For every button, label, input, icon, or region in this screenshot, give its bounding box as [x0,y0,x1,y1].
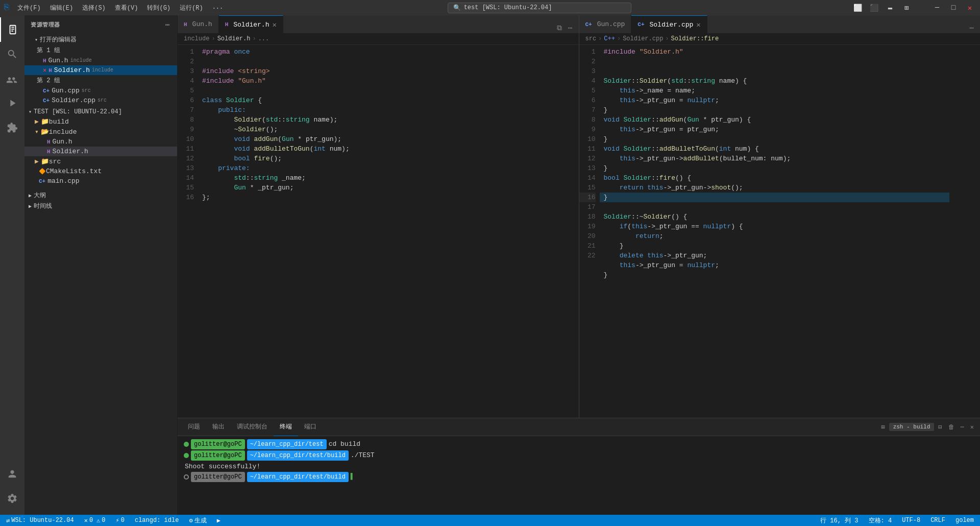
gun-cpp-badge: src [82,88,91,93]
tree-include[interactable]: ▾ 📂 include [24,127,177,137]
tab-soldier-cpp-close[interactable]: ✕ [696,20,700,29]
group2-header[interactable]: 第 2 组 [24,75,177,86]
tab-soldier-h-label: Soldier.h [233,21,269,29]
term-line-2: golitter@goPC ~/learn_cpp_dir/test/build… [184,450,974,461]
new-file-icon[interactable]: ⋯ [164,19,171,30]
layout-btn-1[interactable]: ⬜ [851,3,864,13]
status-generate[interactable]: ⚙ 生成 [187,516,208,525]
activity-run-debug[interactable] [0,91,24,115]
right-code-content[interactable]: #include "Soldier.h" Soldier::Soldier(st… [600,45,950,418]
activity-account[interactable] [0,462,24,486]
term-path2-2: ~/learn_cpp_dir/test/build [247,450,349,461]
status-encoding[interactable]: UTF-8 [900,517,922,524]
open-file-gun-h[interactable]: H Gun.h include [24,56,177,65]
activity-settings[interactable] [0,486,24,511]
tree-cmake[interactable]: 🔶 CMakeLists.txt [24,166,177,176]
breadcrumb-soldier-cpp[interactable]: Soldier.cpp [623,35,663,42]
tab-soldier-h[interactable]: H Soldier.h ✕ [219,15,283,33]
status-clangd[interactable]: clangd: idle [133,517,181,524]
menu-run[interactable]: 运行(R) [176,3,207,13]
menu-select[interactable]: 选择(S) [78,3,110,13]
open-file-soldier-cpp[interactable]: C+ Soldier.cpp src [24,95,177,105]
timeline-arrow: ▶ [29,203,32,209]
open-file-gun-cpp[interactable]: C+ Gun.cpp src [24,86,177,95]
status-run-icon[interactable]: ▶ [215,517,223,524]
breadcrumb-file[interactable]: Soldier.h [217,35,251,42]
terminal-trash-icon[interactable]: 🗑 [946,422,957,432]
more-actions-icon[interactable]: ⋯ [566,22,574,33]
panel-tab-ports[interactable]: 端口 [298,418,323,436]
tab-gun-cpp[interactable]: C+ Gun.cpp [579,15,632,33]
maximize-button[interactable]: □ [947,3,960,13]
menu-goto[interactable]: 转到(G) [143,3,175,13]
menu-more[interactable]: ... [208,3,228,13]
activity-search[interactable] [0,42,24,66]
split-editor-icon[interactable]: ⧉ [555,23,564,33]
warning-icon: ⚠ [96,517,100,524]
error-icon: ✕ [84,517,88,524]
status-errors[interactable]: ✕ 0 ⚠ 0 [82,517,108,524]
status-git[interactable]: ⚡ 0 [114,517,127,524]
main-layout: 资源管理器 ⋯ ▾ 打开的编辑器 第 1 组 H Gun.h include ✕… [0,15,980,515]
tab-gun-h[interactable]: H Gun.h [178,15,219,33]
panel-tab-problems[interactable]: 问题 [182,418,206,436]
project-section[interactable]: ▾ TEST [WSL: UBUNTU-22.04] [24,107,177,116]
minimize-button[interactable]: ─ [931,3,943,13]
menu-view[interactable]: 查看(V) [111,3,142,13]
status-bar: ⇄ WSL: Ubuntu-22.04 ✕ 0 ⚠ 0 ⚡ 0 clangd: … [0,515,980,526]
status-eol[interactable]: CRLF [928,517,947,524]
status-spaces[interactable]: 空格: 4 [867,516,894,525]
tree-main-cpp[interactable]: C+ main.cpp [24,176,177,186]
open-file-soldier-h[interactable]: ✕ H Soldier.h include [24,65,177,75]
terminal-panel: 问题 输出 调试控制台 终端 端口 ⊞ zsh - build ⊟ 🗑 ⋯ ✕ [178,418,980,515]
close-button[interactable]: ✕ [964,3,976,13]
panel-tab-terminal[interactable]: 终端 [274,418,298,436]
activity-extensions[interactable] [0,115,24,140]
terminal-split-icon[interactable]: ⊞ [879,422,887,432]
left-tab-actions: ⧉ ⋯ [551,22,578,33]
tree-soldier-h[interactable]: H Soldier.h [24,147,177,156]
term-line-1: golitter@goPC ~/learn_cpp_dir/test cd bu… [184,439,974,449]
timeline-section[interactable]: ▶ 时间线 [24,201,177,211]
right-more-actions-icon[interactable]: ⋯ [968,22,976,33]
activity-explorer[interactable] [0,17,24,42]
tree-src[interactable]: ▶ 📁 src [24,156,177,166]
breadcrumb-include[interactable]: include [184,35,209,42]
terminal-label[interactable]: zsh - build [889,423,935,431]
menu-edit[interactable]: 编辑(E) [46,3,78,13]
layout-btn-3[interactable]: ▬ [884,3,896,13]
tree-gun-h[interactable]: H Gun.h [24,137,177,147]
build-folder-icon: 📁 [41,117,49,126]
tab-soldier-h-close[interactable]: ✕ [272,20,276,29]
menu-bar: 文件(F) 编辑(E) 选择(S) 查看(V) 转到(G) 运行(R) ... [13,3,227,13]
breadcrumb-soldier-fire[interactable]: Soldier::fire [671,35,719,42]
menu-file[interactable]: 文件(F) [13,3,45,13]
breadcrumb-src[interactable]: src [585,35,597,42]
activity-source-control[interactable] [0,66,24,91]
layout-btn-4[interactable]: ⊞ [900,3,913,13]
tree-build[interactable]: ▶ 📁 build [24,116,177,127]
breadcrumb-cpp-indicator[interactable]: C++ [604,35,615,42]
terminal-content[interactable]: golitter@goPC ~/learn_cpp_dir/test cd bu… [178,436,980,515]
status-lang[interactable]: golem [953,517,976,524]
layout-btn-2[interactable]: ⬛ [868,3,880,13]
status-wsl[interactable]: ⇄ WSL: Ubuntu-22.04 [4,517,76,524]
breadcrumb-ellipsis[interactable]: ... [258,35,270,42]
outline-section[interactable]: ▶ 大纲 [24,190,177,201]
tab-soldier-cpp[interactable]: C+ Soldier.cpp ✕ [631,15,707,33]
terminal-split2-icon[interactable]: ⊟ [936,422,944,432]
status-line-col[interactable]: 行 16, 列 3 [818,516,860,525]
group1-header[interactable]: 第 1 组 [24,45,177,56]
sidebar-title: 资源管理器 [31,21,60,29]
term-user-2: golitter@goPC [191,450,245,461]
tab-gun-cpp-label: Gun.cpp [597,20,625,28]
vscode-logo-icon: ⎘ [4,3,9,12]
panel-tab-debug-console[interactable]: 调试控制台 [231,418,274,436]
terminal-close-icon[interactable]: ✕ [968,422,976,432]
left-code-content[interactable]: #pragma once #include <string> #include … [198,45,548,418]
search-bar[interactable]: 🔍 test [WSL: Ubuntu-22.04] [448,3,631,13]
terminal-more-icon[interactable]: ⋯ [959,422,966,432]
gun-h-tree-name: Gun.h [53,138,72,146]
open-editors-section[interactable]: ▾ 打开的编辑器 [24,34,177,45]
panel-tab-output[interactable]: 输出 [206,418,231,436]
